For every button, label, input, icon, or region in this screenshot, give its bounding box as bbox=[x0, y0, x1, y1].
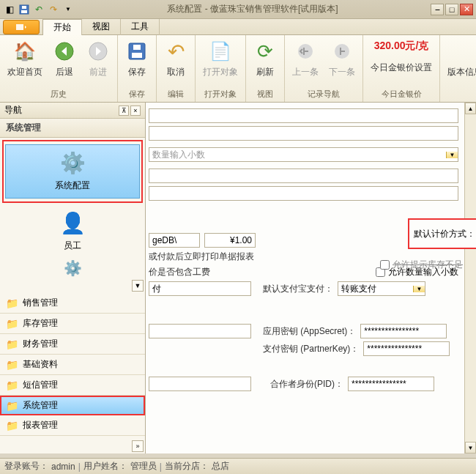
pricing-label: 默认计价方式： bbox=[414, 228, 475, 240]
folder-icon: 📁 bbox=[6, 400, 18, 412]
chevron-down-icon[interactable]: ▼ bbox=[446, 152, 458, 158]
tab-view[interactable]: 视图 bbox=[82, 19, 121, 35]
status-account-label: 登录账号： bbox=[4, 460, 48, 473]
scroll-down-icon[interactable]: ▼ bbox=[465, 442, 476, 453]
scrollbar[interactable]: ▲▼ bbox=[464, 103, 476, 453]
menubar: 开始 视图 工具 bbox=[0, 19, 476, 35]
nav-panel: 导航 ⊼× 系统管理 ⚙️ 系统配置 👤 员工 ⚙️ ▼ 📁销售管理 📁库存管理… bbox=[0, 103, 146, 453]
gold-price-button[interactable]: 320.00元/克今日金银价设置 bbox=[366, 37, 436, 77]
next-record-button[interactable]: 下一条 bbox=[324, 37, 360, 81]
status-user: 管理员 bbox=[130, 460, 157, 473]
alipay-combo[interactable]: 转账支付▼ bbox=[338, 281, 425, 296]
cancel-button[interactable]: ↶取消 bbox=[160, 37, 192, 81]
price-input[interactable] bbox=[204, 233, 256, 248]
refresh-icon: ⟳ bbox=[253, 40, 277, 63]
titlebar: ◧ ↶ ↷ ▼ 系统配置 - 傲蓝珠宝销售管理软件[试用版本] ‒ □ ✕ bbox=[0, 0, 476, 19]
svg-rect-2 bbox=[22, 6, 26, 9]
refresh-button[interactable]: ⟳刷新 bbox=[249, 37, 281, 81]
ribbon-group-save: 保存 保存 bbox=[118, 35, 157, 102]
save-button[interactable]: 保存 bbox=[121, 37, 153, 81]
status-branch-label: 当前分店： bbox=[165, 460, 209, 473]
input-blank4[interactable] bbox=[149, 377, 251, 391]
folder-icon: 📁 bbox=[6, 379, 18, 391]
nav-expand-icon[interactable]: » bbox=[132, 440, 144, 452]
ribbon-group-recordnav: 上一条 下一条 记录导航 bbox=[285, 35, 363, 102]
back-button[interactable]: 后退 bbox=[48, 37, 81, 81]
version-info-button[interactable]: 版本信息 bbox=[443, 37, 476, 81]
nav-header: 导航 ⊼× bbox=[0, 103, 145, 119]
qat-dropdown-icon[interactable]: ▼ bbox=[62, 3, 75, 16]
prev-icon bbox=[294, 40, 317, 63]
folder-icon: 📁 bbox=[6, 297, 18, 309]
minimize-button[interactable]: ‒ bbox=[431, 4, 444, 15]
text-print: 或付款后立即打印单据报表 bbox=[149, 251, 254, 263]
home-button[interactable]: 🏠欢迎首页 bbox=[3, 37, 47, 81]
close-button[interactable]: ✕ bbox=[460, 4, 473, 15]
open-icon: 📄 bbox=[209, 40, 232, 63]
partnerkey-input[interactable] bbox=[363, 341, 450, 356]
status-user-label: 用户姓名： bbox=[83, 460, 127, 473]
pid-input[interactable] bbox=[348, 377, 434, 391]
nav-cat-finance[interactable]: 📁财务管理 bbox=[0, 334, 145, 355]
prev-record-button[interactable]: 上一条 bbox=[288, 37, 323, 81]
status-bar: 登录账号：admin | 用户姓名：管理员 | 当前分店：总店 bbox=[0, 458, 476, 474]
save-icon bbox=[125, 40, 149, 63]
scroll-up-icon[interactable]: ▲ bbox=[465, 103, 476, 114]
input-blank3[interactable] bbox=[149, 324, 251, 338]
nav-cat-sales[interactable]: 📁销售管理 bbox=[0, 293, 145, 314]
tab-tools[interactable]: 工具 bbox=[121, 19, 160, 35]
gears-icon: ⚙️ bbox=[64, 259, 82, 277]
svg-rect-1 bbox=[21, 10, 27, 13]
nav-big-sysconfig[interactable]: ⚙️ 系统配置 bbox=[5, 144, 140, 199]
config-form: 数量输入小数▼ 或付款后立即打印单据报表 价是否包含工费 允许数量输入小数 默认… bbox=[146, 103, 464, 397]
nav-cat-sms[interactable]: 📁短信管理 bbox=[0, 375, 145, 396]
back-icon bbox=[53, 40, 76, 63]
ribbon-group-version: 版本信息 bbox=[440, 35, 476, 102]
qat-redo-icon[interactable]: ↷ bbox=[47, 3, 60, 16]
forward-icon bbox=[86, 40, 110, 63]
nav-close-icon[interactable]: × bbox=[130, 105, 141, 116]
ribbon-group-goldprice: 320.00元/克今日金银价设置 今日金银价 bbox=[363, 35, 440, 102]
qat-undo-icon[interactable]: ↶ bbox=[32, 3, 45, 16]
tab-start[interactable]: 开始 bbox=[42, 19, 82, 35]
qat-app-icon[interactable]: ◧ bbox=[3, 3, 16, 16]
input-top1[interactable] bbox=[149, 108, 458, 123]
next-icon bbox=[330, 40, 354, 63]
status-branch: 总店 bbox=[212, 460, 229, 473]
nav-categories: 📁销售管理 📁库存管理 📁财务管理 📁基础资料 📁短信管理 📁系统管理 📁报表管… bbox=[0, 293, 145, 439]
appsecret-input[interactable] bbox=[360, 324, 447, 338]
nav-big-employee[interactable]: 👤 员工 bbox=[0, 205, 145, 258]
nav-scroll-down-icon[interactable]: ▼ bbox=[132, 280, 144, 292]
input-blank1[interactable] bbox=[149, 169, 458, 183]
open-object-button[interactable]: 📄打开对象 bbox=[198, 37, 242, 81]
alipay-label: 默认支付宝支付： bbox=[263, 283, 333, 295]
chevron-down-icon[interactable]: ▼ bbox=[413, 286, 425, 292]
nav-pin-icon[interactable]: ⊼ bbox=[119, 105, 129, 116]
folder-icon: 📁 bbox=[6, 420, 18, 432]
partnerkey-label: 支付密钥 (PartnerKey)： bbox=[263, 343, 359, 355]
nav-cat-sysmgmt[interactable]: 📁系统管理 bbox=[0, 396, 145, 415]
ribbon-group-history: 🏠欢迎首页 后退 前进 历史 bbox=[0, 35, 118, 102]
qat-save-icon[interactable] bbox=[18, 3, 31, 16]
maximize-button[interactable]: □ bbox=[445, 4, 458, 15]
gear-icon: ⚙️ bbox=[60, 151, 86, 175]
db-path-input[interactable] bbox=[149, 233, 200, 248]
app-menu-button[interactable] bbox=[3, 20, 40, 34]
nav-cat-reports[interactable]: 📁报表管理 bbox=[0, 415, 145, 436]
main-content: ▲▼ 数量输入小数▼ 或付款后立即打印单据报表 价是否包含工费 允许数量输入小数… bbox=[146, 103, 476, 453]
nav-cat-stock[interactable]: 📁库存管理 bbox=[0, 314, 145, 334]
home-icon: 🏠 bbox=[13, 40, 37, 63]
pay-input[interactable] bbox=[149, 281, 251, 296]
folder-icon: 📁 bbox=[6, 359, 18, 371]
combo-decimal[interactable]: 数量输入小数▼ bbox=[149, 147, 458, 162]
input-blank2[interactable] bbox=[149, 186, 458, 201]
chk-stock-warning[interactable]: 允许提示库存不足 bbox=[380, 259, 463, 271]
nav-cat-basedata[interactable]: 📁基础资料 bbox=[0, 355, 145, 375]
appsecret-label: 应用密钥 (AppSecret)： bbox=[263, 325, 356, 338]
input-top2[interactable] bbox=[149, 126, 458, 141]
gold-price-value: 320.00元/克 bbox=[374, 40, 429, 53]
nav-big-gears[interactable]: ⚙️ bbox=[0, 258, 145, 278]
window-title: 系统配置 - 傲蓝珠宝销售管理软件[试用版本] bbox=[75, 3, 431, 15]
ribbon-group-view: ⟳刷新 视图 bbox=[246, 35, 285, 102]
forward-button[interactable]: 前进 bbox=[82, 37, 114, 81]
